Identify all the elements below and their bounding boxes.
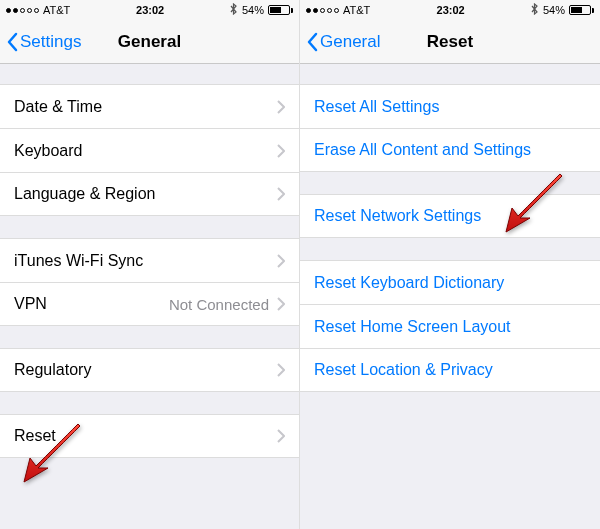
cell-erase-all-content[interactable]: Erase All Content and Settings	[300, 128, 600, 172]
cell-label: Reset	[14, 427, 277, 445]
cell-keyboard[interactable]: Keyboard	[0, 128, 299, 172]
chevron-right-icon	[277, 144, 285, 158]
battery-percent-label: 54%	[543, 4, 565, 16]
cell-label: iTunes Wi-Fi Sync	[14, 252, 277, 270]
battery-percent-label: 54%	[242, 4, 264, 16]
settings-list: Date & Time Keyboard Language & Region	[0, 64, 299, 529]
clock-label: 23:02	[437, 4, 465, 16]
cell-reset-keyboard-dictionary[interactable]: Reset Keyboard Dictionary	[300, 260, 600, 304]
cell-reset-location-privacy[interactable]: Reset Location & Privacy	[300, 348, 600, 392]
battery-icon	[268, 5, 293, 15]
reset-list: Reset All Settings Erase All Content and…	[300, 64, 600, 529]
back-button[interactable]: Settings	[6, 20, 81, 63]
clock-label: 23:02	[136, 4, 164, 16]
back-label: Settings	[20, 32, 81, 52]
settings-group: Date & Time Keyboard Language & Region	[0, 84, 299, 216]
settings-group: Reset All Settings Erase All Content and…	[300, 84, 600, 172]
page-title: Reset	[427, 32, 473, 52]
cell-vpn[interactable]: VPN Not Connected	[0, 282, 299, 326]
battery-icon	[569, 5, 594, 15]
cell-regulatory[interactable]: Regulatory	[0, 348, 299, 392]
page-title: General	[118, 32, 181, 52]
chevron-right-icon	[277, 363, 285, 377]
cell-label: Date & Time	[14, 98, 277, 116]
cell-label: Erase All Content and Settings	[314, 141, 586, 159]
cell-itunes-wifi-sync[interactable]: iTunes Wi-Fi Sync	[0, 238, 299, 282]
chevron-right-icon	[277, 187, 285, 201]
back-button[interactable]: General	[306, 20, 380, 63]
cell-label: Regulatory	[14, 361, 277, 379]
back-label: General	[320, 32, 380, 52]
settings-group: Reset	[0, 414, 299, 458]
settings-group: Regulatory	[0, 348, 299, 392]
cell-label: Reset Home Screen Layout	[314, 318, 586, 336]
chevron-right-icon	[277, 297, 285, 311]
settings-group: iTunes Wi-Fi Sync VPN Not Connected	[0, 238, 299, 326]
nav-bar: Settings General	[0, 20, 299, 64]
signal-strength-icon	[306, 8, 339, 13]
carrier-label: AT&T	[43, 4, 70, 16]
cell-reset-all-settings[interactable]: Reset All Settings	[300, 84, 600, 128]
signal-strength-icon	[6, 8, 39, 13]
cell-reset-network-settings[interactable]: Reset Network Settings	[300, 194, 600, 238]
status-bar: AT&T 23:02 54%	[300, 0, 600, 20]
chevron-right-icon	[277, 429, 285, 443]
screen-reset: AT&T 23:02 54% General Reset	[300, 0, 600, 529]
chevron-right-icon	[277, 254, 285, 268]
status-bar: AT&T 23:02 54%	[0, 0, 299, 20]
chevron-right-icon	[277, 100, 285, 114]
cell-label: Reset Keyboard Dictionary	[314, 274, 586, 292]
cell-label: Keyboard	[14, 142, 277, 160]
screen-general-settings: AT&T 23:02 54% Settings General	[0, 0, 300, 529]
cell-label: Language & Region	[14, 185, 277, 203]
cell-reset[interactable]: Reset	[0, 414, 299, 458]
cell-reset-home-screen-layout[interactable]: Reset Home Screen Layout	[300, 304, 600, 348]
cell-label: Reset Network Settings	[314, 207, 586, 225]
cell-label: VPN	[14, 295, 169, 313]
cell-date-time[interactable]: Date & Time	[0, 84, 299, 128]
settings-group: Reset Network Settings	[300, 194, 600, 238]
chevron-left-icon	[306, 32, 318, 52]
nav-bar: General Reset	[300, 20, 600, 64]
bluetooth-icon	[230, 3, 238, 17]
carrier-label: AT&T	[343, 4, 370, 16]
settings-group: Reset Keyboard Dictionary Reset Home Scr…	[300, 260, 600, 392]
chevron-left-icon	[6, 32, 18, 52]
cell-label: Reset All Settings	[314, 98, 586, 116]
cell-language-region[interactable]: Language & Region	[0, 172, 299, 216]
cell-detail: Not Connected	[169, 296, 269, 313]
bluetooth-icon	[531, 3, 539, 17]
cell-label: Reset Location & Privacy	[314, 361, 586, 379]
